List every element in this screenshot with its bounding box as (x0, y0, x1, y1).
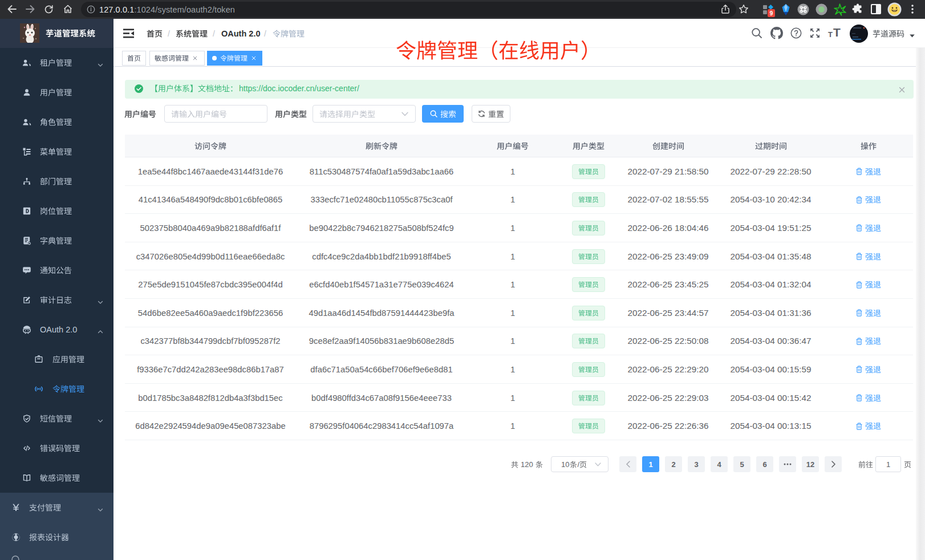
svg-text:9: 9 (770, 10, 773, 17)
